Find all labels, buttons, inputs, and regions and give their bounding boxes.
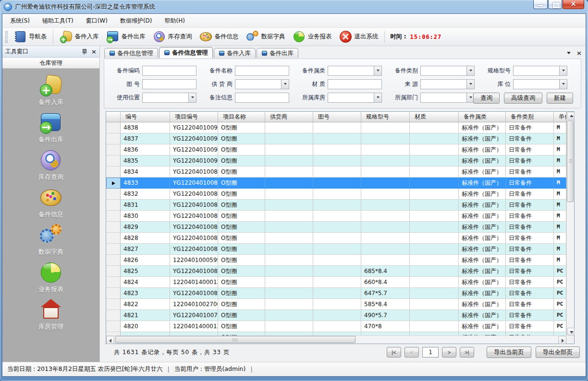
- vertical-scrollbar[interactable]: [566, 112, 574, 335]
- search-input[interactable]: [142, 93, 196, 103]
- sidebar-item[interactable]: 备件入库: [2, 74, 99, 107]
- scroll-left-icon[interactable]: [106, 336, 114, 344]
- scroll-right-icon[interactable]: [558, 336, 566, 344]
- menu-item[interactable]: 窗口(W): [81, 15, 112, 27]
- toolbar-button[interactable]: 导航条: [10, 29, 53, 45]
- search-input[interactable]: [328, 93, 382, 103]
- prev-page-button[interactable]: <: [404, 347, 419, 357]
- chevron-down-icon[interactable]: [374, 66, 381, 75]
- export-current-page-button[interactable]: 导出当前页: [487, 346, 531, 358]
- table-row[interactable]: 4829 YG12204010084 O型圈 标准件（国产） 日常备件: [106, 222, 566, 233]
- menu-item[interactable]: 辅助工具(T): [37, 15, 78, 27]
- menu-item[interactable]: 帮助(H): [160, 15, 190, 27]
- column-header[interactable]: 备件属类: [459, 112, 506, 122]
- sidebar-item[interactable]: 数据字典: [2, 224, 99, 256]
- chevron-down-icon[interactable]: [559, 80, 567, 89]
- scroll-up-icon[interactable]: [567, 112, 575, 119]
- search-input[interactable]: [420, 79, 475, 89]
- sidebar-item[interactable]: 库存查询: [2, 149, 99, 181]
- table-row[interactable]: 4821 YG12204010079 O型圈 490*5.7 标准件（国产） 日…: [106, 310, 566, 321]
- search-input[interactable]: [513, 79, 567, 89]
- table-row[interactable]: 4831 YG12204010086 O型圈 标准件（国产） 日常备件: [106, 200, 566, 211]
- column-header[interactable]: 图号: [313, 112, 361, 122]
- search-input[interactable]: [420, 93, 475, 103]
- menu-item[interactable]: 系统(S): [5, 15, 35, 27]
- toolbar-button[interactable]: 业务报表: [289, 29, 336, 45]
- table-row[interactable]: 4832 YG12204010087 O型圈 标准件（国产） 日常备件: [106, 189, 566, 200]
- toolbar-button[interactable]: 备件信息: [196, 29, 243, 45]
- toolbar-button[interactable]: 库存查询: [149, 29, 196, 45]
- sidebar-item[interactable]: 备件出库: [2, 112, 99, 144]
- table-row[interactable]: 4823 YG12204010080 O型圈 647*5.7 标准件（国产） 日…: [106, 288, 566, 299]
- last-page-button[interactable]: >|: [460, 347, 474, 357]
- horizontal-scrollbar[interactable]: [106, 335, 566, 344]
- table-row[interactable]: 4834 YG12204010089 O型圈 标准件（国产） 日常备件: [106, 167, 566, 178]
- column-header[interactable]: 供货商: [265, 112, 313, 122]
- close-icon[interactable]: ×: [576, 50, 582, 56]
- table-row[interactable]: 4838 YG12204010093 O型圈 标准件（国产） 日常备件: [106, 122, 566, 133]
- column-header[interactable]: 备件类别: [506, 112, 554, 122]
- column-header[interactable]: 规格型号: [361, 112, 410, 122]
- toolbar-button[interactable]: 数据字典: [243, 29, 289, 45]
- search-input[interactable]: [235, 93, 289, 103]
- toolbar-grip-icon[interactable]: [5, 31, 8, 43]
- column-header[interactable]: 项目编号: [170, 112, 218, 122]
- table-row[interactable]: 4836 YG12204010091 O型圈 标准件（国产） 日常备件: [106, 144, 566, 155]
- scroll-down-icon[interactable]: [567, 328, 575, 335]
- search-input[interactable]: [513, 66, 567, 76]
- table-row[interactable]: 4824 1220401400012 O型圈 660*8.4 标准件（国产） 日…: [106, 277, 566, 288]
- search-input[interactable]: [328, 79, 382, 89]
- tab[interactable]: 备件信息管理: [159, 47, 213, 58]
- table-row[interactable]: 4830 YG12204010085 O型圈 标准件（国产） 日常备件: [106, 211, 566, 222]
- menu-item[interactable]: 数据维护(D): [115, 15, 157, 27]
- chevron-down-icon[interactable]: [466, 80, 474, 89]
- search-input[interactable]: [235, 66, 289, 76]
- first-page-button[interactable]: |<: [387, 347, 401, 357]
- toolbar-button[interactable]: 备件入库: [56, 29, 103, 45]
- search-input[interactable]: [328, 66, 382, 76]
- search-input[interactable]: [142, 79, 196, 89]
- chevron-down-icon[interactable]: [559, 66, 567, 75]
- close-icon[interactable]: ×: [91, 48, 97, 55]
- vertical-scroll-thumb[interactable]: [567, 120, 574, 202]
- table-row[interactable]: 4825 YG12204010081 O型圈 685*8.4 标准件（国产） 日…: [106, 266, 566, 277]
- chevron-down-icon[interactable]: [374, 93, 381, 102]
- search-input[interactable]: [235, 79, 289, 89]
- table-row[interactable]: 4820 1220401400013 O型圈 470*8 标准件（国产） 日常备…: [106, 321, 566, 332]
- next-page-button[interactable]: >: [442, 347, 456, 357]
- chevron-down-icon[interactable]: [281, 80, 289, 89]
- pin-icon[interactable]: [82, 49, 86, 55]
- chevron-down-icon[interactable]: [188, 93, 196, 102]
- table-row[interactable]: 4837 YG12204010092 O型圈 标准件（国产） 日常备件: [106, 133, 566, 144]
- tab[interactable]: 备件入库: [214, 48, 256, 58]
- tab[interactable]: 备件信息管理: [104, 48, 158, 58]
- toolbar-button[interactable]: 退出系统: [336, 29, 382, 45]
- search-input[interactable]: [142, 66, 196, 76]
- advanced-query-button[interactable]: 高级查询: [504, 93, 542, 104]
- query-button[interactable]: 查询: [473, 93, 500, 104]
- table-row[interactable]: 4827 YG12204010082 O型圈 标准件（国产） 日常备件: [106, 244, 566, 255]
- table-row[interactable]: 4833 YG12204010088 O型圈 标准件（国产） 日常备件: [106, 178, 566, 189]
- table-row[interactable]: 4826 1220401000599 O型圈 标准件（国产） 日常备件: [106, 255, 566, 266]
- chevron-down-icon[interactable]: [567, 52, 571, 54]
- tab[interactable]: 备件出库: [257, 48, 298, 58]
- new-button[interactable]: 新建: [547, 93, 573, 104]
- maximize-button[interactable]: [548, 0, 562, 9]
- page-number-input[interactable]: 1: [422, 347, 439, 357]
- table-row[interactable]: 4828 YG12204010083 O型圈 标准件（国产） 日常备件: [106, 233, 566, 244]
- column-header[interactable]: [106, 112, 121, 122]
- toolbar-button[interactable]: 备件出库: [103, 29, 149, 45]
- table-row[interactable]: 4835 YG12204010090 O型圈 标准件（国产） 日常备件: [106, 155, 566, 167]
- column-header[interactable]: 编号: [121, 112, 170, 122]
- column-header[interactable]: 项目名称: [218, 112, 265, 122]
- export-all-pages-button[interactable]: 导出全部页: [536, 346, 580, 358]
- minimize-button[interactable]: [533, 0, 548, 9]
- search-input[interactable]: [420, 66, 475, 76]
- close-button[interactable]: [563, 0, 584, 9]
- chevron-down-icon[interactable]: [466, 66, 474, 75]
- sidebar-group-header[interactable]: 仓库管理: [2, 58, 99, 69]
- column-header[interactable]: 材质: [410, 112, 459, 122]
- sidebar-item[interactable]: 备件信息: [2, 187, 99, 219]
- table-row[interactable]: 4822 1220401002700 O型圈 585*8.4 标准件（国产） 日…: [106, 299, 566, 310]
- sidebar-item[interactable]: 库房管理: [2, 299, 99, 331]
